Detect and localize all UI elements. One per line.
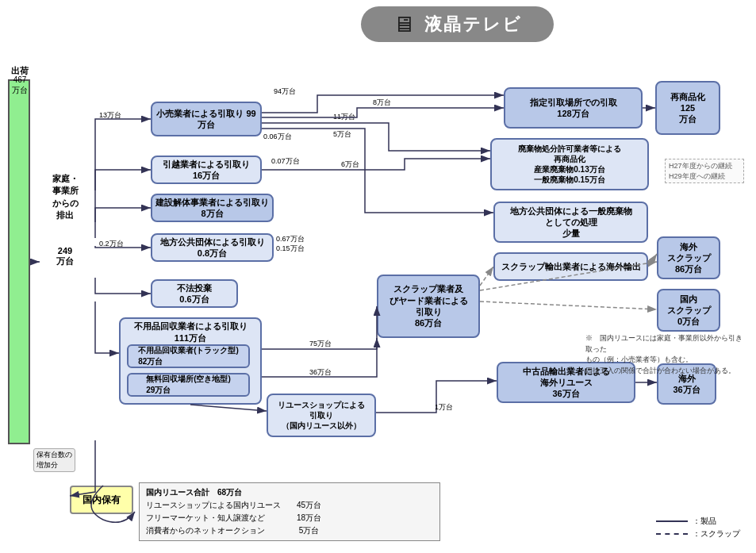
info-line1: リユースショップによる国内リユース 45万台	[146, 499, 433, 512]
box-reuse-shop: リユースショップによる引取り（国内リユース以外）	[267, 394, 376, 437]
svg-text:8万台: 8万台	[373, 98, 391, 106]
svg-text:1万台: 1万台	[435, 403, 453, 411]
box-local-processing: 地方公共団体による一般廃棄物としての処理少量	[493, 202, 648, 243]
title-box: 🖥 液晶テレビ	[361, 6, 554, 42]
box-scrap: スクラップ業者及びヤード業者による引取り86万台	[377, 275, 480, 338]
svg-text:0.67万台: 0.67万台	[276, 235, 305, 243]
used-goods-title: 不用品回収業者による引取り111万台	[121, 319, 260, 346]
svg-text:0.07万台: 0.07万台	[271, 157, 300, 165]
tv-icon: 🖥	[393, 11, 415, 37]
main-container: 🖥 液晶テレビ 出荷 467 万台 家庭・事業所からの排出 249 万台 小売業…	[0, 0, 756, 553]
box-remanufacture: 再商品化125万台	[655, 81, 720, 135]
svg-text:0.15万台: 0.15万台	[276, 244, 305, 252]
info-line2: フリーマーケット・知人譲渡など 18万台	[146, 512, 433, 524]
svg-text:13万台: 13万台	[99, 111, 121, 119]
box-used-goods-outer: 不用品回収業者による引取り111万台 不用品回収業者(トラック型)82万台 無料…	[119, 317, 262, 405]
shipment-value: 467	[4, 75, 36, 84]
box-waste-recycling: 廃棄物処分許可業者等による再商品化産業廃棄物0.13万台一般廃棄物0.15万台	[490, 138, 649, 190]
info-line3: 消費者からのネットオークション 5万台	[146, 524, 433, 537]
svg-text:6万台: 6万台	[341, 160, 359, 168]
legend-dashed: ：スクラップ	[656, 528, 740, 540]
box-retail: 小売業者による引取り 99万台	[151, 102, 262, 136]
legend-solid: ：製品	[656, 516, 740, 527]
box-illegal: 不法投棄0.6万台	[151, 279, 238, 308]
box-domestic-scrap: 国内スクラップ0万台	[657, 289, 720, 332]
svg-text:75万台: 75万台	[309, 340, 332, 348]
svg-text:11万台: 11万台	[333, 113, 355, 121]
title-text: 液晶テレビ	[424, 13, 522, 36]
box-local-gov: 地方公共団体による引取り0.8万台	[151, 233, 274, 262]
preserve-note: 保有台数の増加分	[33, 448, 75, 472]
box-vacant: 無料回収場所(空き地型)29万台	[127, 373, 250, 397]
household-label: 家庭・事業所からの排出	[38, 173, 92, 222]
box-domestic-preserve: 国内保有	[70, 486, 133, 514]
note-box: H27年度からの継続 H29年度への継続	[665, 159, 744, 183]
info-title: 国内リユース合計 68万台	[146, 486, 433, 499]
legend-box: ：製品 ：スクラップ	[656, 516, 740, 541]
legend-line-solid	[656, 520, 688, 522]
svg-text:0.2万台: 0.2万台	[99, 240, 124, 248]
info-box: 国内リユース合計 68万台 リユースショップによる国内リユース 45万台 フリー…	[139, 482, 440, 541]
title-area: 🖥 液晶テレビ	[222, 6, 693, 42]
box-overseas-scrap: 海外スクラップ86万台	[657, 236, 720, 279]
legend-dashed-label: ：スクラップ	[693, 528, 740, 540]
household-value: 249	[41, 246, 89, 255]
shipment-unit: 万台	[4, 85, 36, 96]
legend-solid-label: ：製品	[693, 516, 716, 527]
box-construction: 建設解体事業者による引取り8万台	[151, 194, 274, 222]
shipment-bar	[8, 79, 30, 444]
svg-text:36万台: 36万台	[309, 368, 332, 376]
box-scrap-export: スクラップ輸出業者による海外輸出	[493, 252, 648, 281]
footnote: ※ 国内リユースには家庭・事業所以外から引き取ったもの（例：小売業者等）も含む。…	[585, 333, 744, 376]
box-truck: 不用品回収業者(トラック型)82万台	[127, 344, 250, 368]
svg-text:0.06万台: 0.06万台	[263, 132, 292, 140]
household-unit: 万台	[41, 255, 89, 267]
box-designated: 指定引取場所での引取128万台	[504, 87, 643, 129]
legend-line-dashed	[656, 533, 688, 535]
svg-text:5万台: 5万台	[333, 130, 351, 138]
svg-text:94万台: 94万台	[274, 87, 296, 95]
box-moving: 引越業者による引取り16万台	[151, 156, 262, 184]
